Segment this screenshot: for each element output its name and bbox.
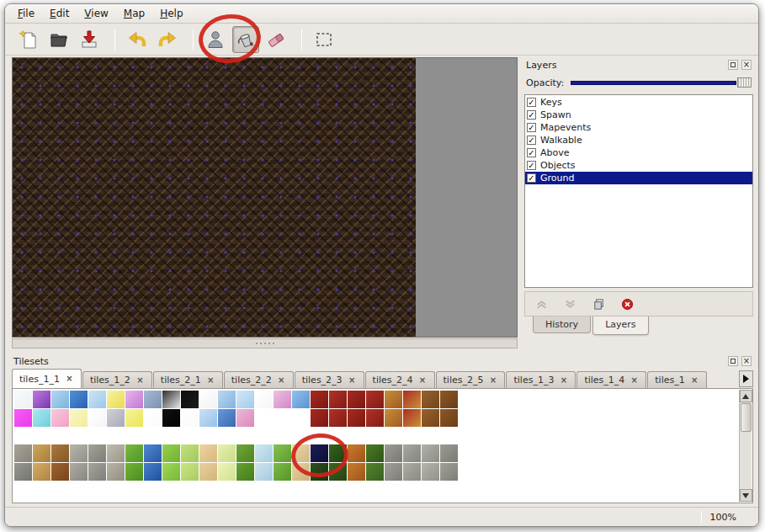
- tileset-tile[interactable]: [88, 444, 106, 462]
- layer-row[interactable]: Mapevents: [525, 121, 752, 134]
- layer-delete-button[interactable]: [619, 296, 635, 311]
- tileset-tile[interactable]: [70, 409, 88, 427]
- panel-float-button[interactable]: [728, 356, 738, 366]
- tileset-tile[interactable]: [125, 444, 143, 462]
- tileset-tile[interactable]: [236, 444, 254, 462]
- tileset-tile[interactable]: [33, 409, 50, 427]
- tileset-tile[interactable]: [403, 391, 421, 408]
- tileset-tile[interactable]: [199, 391, 217, 408]
- tileset-tile[interactable]: [385, 444, 402, 462]
- tileset-tile[interactable]: [292, 463, 310, 481]
- layer-row[interactable]: Walkable: [525, 134, 752, 146]
- tileset-tile[interactable]: [366, 409, 384, 427]
- tileset-tile[interactable]: [311, 409, 328, 427]
- tileset-tile[interactable]: [440, 391, 458, 408]
- tileset-tile[interactable]: [33, 444, 50, 462]
- tileset-tile[interactable]: [366, 463, 384, 481]
- tileset-tile[interactable]: [107, 409, 125, 427]
- tileset-tile[interactable]: [329, 409, 347, 427]
- tileset-tile[interactable]: [422, 391, 439, 408]
- layer-row[interactable]: Objects: [525, 159, 752, 172]
- tileset-tile[interactable]: [403, 444, 421, 462]
- eraser-tool-button[interactable]: [263, 26, 290, 53]
- tileset-tile[interactable]: [70, 391, 88, 408]
- import-button[interactable]: [76, 26, 103, 53]
- tileset-tile[interactable]: [292, 391, 310, 408]
- tileset-tile[interactable]: [162, 463, 180, 481]
- layer-visibility-checkbox[interactable]: [527, 136, 536, 145]
- tileset-tile[interactable]: [422, 409, 439, 427]
- tileset-tile[interactable]: [403, 463, 421, 481]
- redo-button[interactable]: [154, 26, 181, 53]
- tileset-tab-tiles_2_3[interactable]: tiles_2_3: [295, 371, 364, 388]
- tileset-tile[interactable]: [144, 463, 162, 481]
- tileset-tile[interactable]: [181, 409, 199, 427]
- tileset-tile[interactable]: [348, 391, 365, 408]
- tileset-tab-tiles_2_4[interactable]: tiles_2_4: [365, 371, 435, 388]
- tileset-tile[interactable]: [70, 463, 88, 481]
- tileset-tile[interactable]: [385, 463, 402, 481]
- undo-button[interactable]: [124, 26, 151, 53]
- tileset-tile[interactable]: [403, 409, 421, 427]
- tab-close-icon[interactable]: [135, 375, 145, 385]
- layer-row[interactable]: Spawn: [525, 109, 752, 121]
- tileset-tile[interactable]: [255, 444, 273, 462]
- layer-move-up-button[interactable]: [534, 296, 549, 311]
- tileset-tile[interactable]: [144, 444, 162, 462]
- tab-close-icon[interactable]: [206, 375, 215, 385]
- tileset-tile[interactable]: [422, 444, 439, 462]
- map-tile-pattern[interactable]: [13, 58, 416, 337]
- tileset-tile[interactable]: [366, 391, 384, 408]
- tileset-tile[interactable]: [181, 463, 199, 481]
- tileset-tile[interactable]: [440, 409, 458, 427]
- layer-visibility-checkbox[interactable]: [527, 161, 536, 170]
- tileset-tile[interactable]: [236, 391, 254, 408]
- tab-close-icon[interactable]: [277, 375, 286, 385]
- tileset-tile[interactable]: [274, 391, 291, 408]
- tab-history[interactable]: History: [533, 317, 591, 333]
- tileset-tile[interactable]: [236, 409, 254, 427]
- tileset-tile[interactable]: [162, 444, 180, 462]
- tileset-tile[interactable]: [440, 444, 458, 462]
- layer-duplicate-button[interactable]: [591, 296, 606, 311]
- tileset-tile[interactable]: [144, 409, 162, 427]
- tileset-tile[interactable]: [236, 463, 254, 481]
- tileset-tile[interactable]: [218, 463, 236, 481]
- fill-tool-button[interactable]: [232, 26, 259, 53]
- panel-close-button[interactable]: ×: [741, 356, 752, 366]
- tileset-tile[interactable]: [181, 444, 199, 462]
- tileset-tile[interactable]: [255, 391, 273, 408]
- tab-close-icon[interactable]: [65, 375, 74, 384]
- layer-visibility-checkbox[interactable]: [527, 98, 536, 107]
- layer-visibility-checkbox[interactable]: [527, 173, 536, 183]
- tileset-tile[interactable]: [125, 409, 143, 427]
- tileset-tile[interactable]: [14, 391, 32, 408]
- tileset-tile[interactable]: [218, 391, 236, 408]
- tileset-tile[interactable]: [385, 391, 402, 408]
- tileset-tile[interactable]: [311, 463, 328, 481]
- tileset-tile[interactable]: [348, 409, 365, 427]
- tileset-tile[interactable]: [274, 409, 291, 427]
- new-map-button[interactable]: [15, 26, 42, 53]
- tileset-tile[interactable]: [199, 409, 217, 427]
- tileset-tile[interactable]: [311, 391, 328, 408]
- tileset-tile[interactable]: [274, 463, 291, 481]
- tileset-tile[interactable]: [70, 444, 88, 462]
- tileset-tile[interactable]: [329, 391, 347, 408]
- tab-close-icon[interactable]: [418, 375, 428, 385]
- tileset-tab-tiles_1[interactable]: tiles_1: [647, 371, 706, 388]
- tileset-tile[interactable]: [348, 444, 365, 462]
- tileset-tile[interactable]: [292, 444, 310, 462]
- tileset-tile[interactable]: [51, 409, 69, 427]
- tileset-tile[interactable]: [33, 463, 50, 481]
- layer-visibility-checkbox[interactable]: [527, 148, 536, 157]
- opacity-slider-track[interactable]: [571, 81, 736, 85]
- tileset-tab-tiles_2_2[interactable]: tiles_2_2: [224, 371, 294, 388]
- tileset-tile[interactable]: [311, 444, 328, 462]
- menu-map[interactable]: Map: [116, 5, 152, 22]
- tileset-tile[interactable]: [292, 409, 310, 427]
- tileset-tile[interactable]: [255, 409, 273, 427]
- tileset-tile[interactable]: [199, 444, 217, 462]
- map-horizontal-scrollbar[interactable]: [12, 338, 518, 348]
- tileset-tile[interactable]: [51, 444, 69, 462]
